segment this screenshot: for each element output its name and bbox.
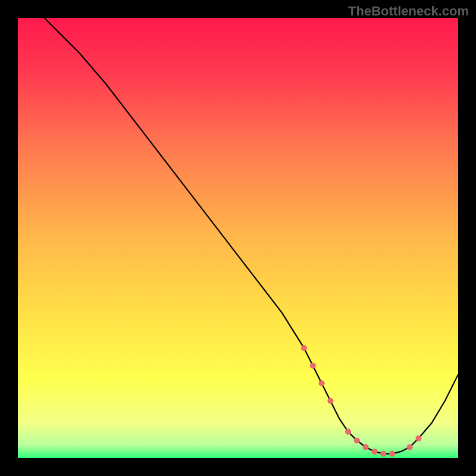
highlight-dot <box>319 380 325 386</box>
bottleneck-chart <box>18 18 458 458</box>
highlight-dot <box>301 345 307 351</box>
highlight-dot <box>415 436 421 441</box>
highlight-dot <box>345 429 351 435</box>
watermark-text: TheBottleneck.com <box>348 4 469 19</box>
highlight-dot <box>371 449 377 455</box>
chart-area <box>18 18 458 458</box>
highlight-dot <box>389 451 395 457</box>
highlight-dot <box>327 398 333 404</box>
highlight-dot <box>380 451 386 457</box>
highlight-dot <box>407 444 413 450</box>
highlight-dot <box>363 444 369 450</box>
highlight-dot <box>354 437 360 443</box>
gradient-background <box>18 18 458 458</box>
highlight-dot <box>310 363 316 369</box>
